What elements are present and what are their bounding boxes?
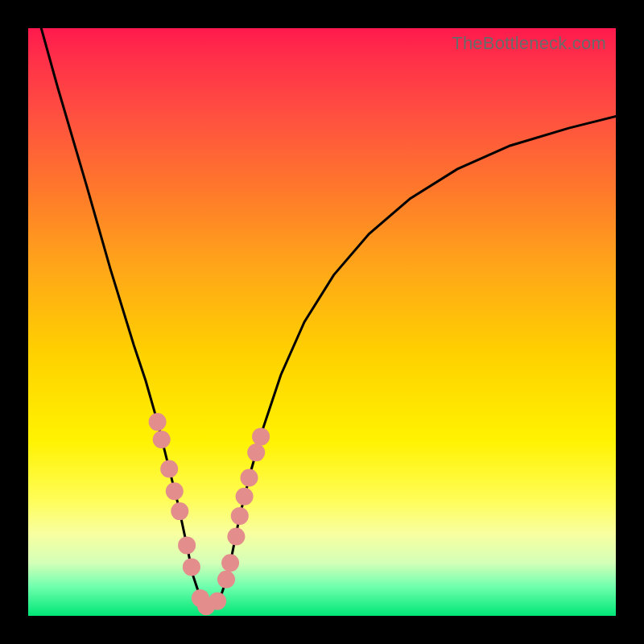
bottleneck-curve	[28, 0, 616, 610]
highlight-marker	[227, 528, 245, 546]
plot-area: TheBottleneck.com	[28, 28, 616, 616]
highlight-marker	[160, 460, 178, 478]
highlight-marker	[236, 488, 254, 506]
highlight-marker	[183, 558, 200, 576]
highlight-marker	[221, 554, 239, 572]
outer-frame: TheBottleneck.com	[0, 0, 644, 644]
highlight-marker	[241, 469, 258, 487]
highlight-markers-group	[149, 413, 270, 615]
highlight-marker	[171, 502, 188, 520]
highlight-marker	[208, 592, 226, 610]
highlight-marker	[153, 431, 171, 448]
highlight-marker	[252, 427, 270, 445]
highlight-marker	[247, 444, 265, 461]
chart-svg	[28, 28, 616, 616]
highlight-marker	[217, 571, 235, 588]
highlight-marker	[231, 507, 249, 525]
highlight-marker	[178, 536, 196, 554]
highlight-marker	[149, 413, 167, 431]
highlight-marker	[166, 482, 184, 500]
